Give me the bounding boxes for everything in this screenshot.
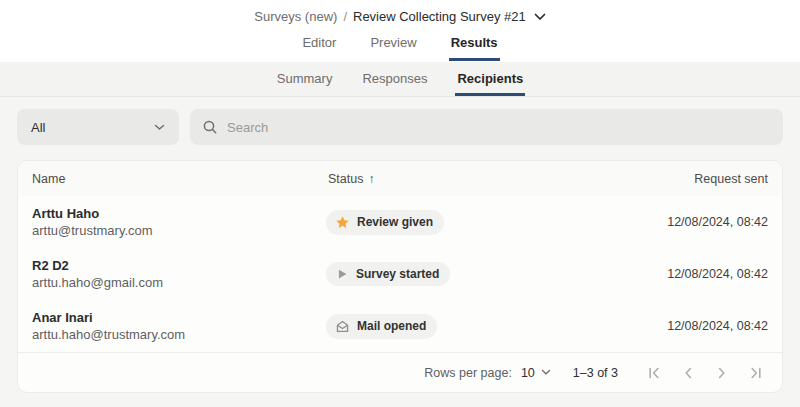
chevron-down-icon bbox=[154, 124, 165, 131]
status-badge: Survey started bbox=[326, 262, 450, 286]
recipient-email: arttu.haho@gmail.com bbox=[32, 274, 326, 291]
table-row[interactable]: Anar Inari arttu.haho@trustmary.com Mail… bbox=[18, 300, 782, 352]
breadcrumb-separator: / bbox=[343, 9, 347, 24]
play-icon bbox=[335, 267, 349, 281]
tab-summary[interactable]: Summary bbox=[275, 62, 335, 96]
search-input[interactable] bbox=[227, 120, 771, 135]
mail-opened-icon bbox=[335, 319, 350, 334]
status-filter-dropdown[interactable]: All bbox=[17, 109, 179, 145]
table-header-row: Name Status ↑ Request sent bbox=[18, 161, 782, 196]
recipient-name: Arttu Haho bbox=[32, 205, 326, 222]
recipient-email: arttu.haho@trustmary.com bbox=[32, 326, 326, 343]
status-label: Mail opened bbox=[357, 319, 426, 333]
request-sent-date: 12/08/2024, 08:42 bbox=[560, 215, 770, 229]
recipient-email: arttu@trustmary.com bbox=[32, 222, 326, 239]
tab-preview[interactable]: Preview bbox=[368, 29, 418, 61]
column-header-request-sent[interactable]: Request sent bbox=[560, 172, 770, 186]
tab-results[interactable]: Results bbox=[449, 29, 500, 61]
first-page-icon[interactable] bbox=[642, 361, 666, 385]
pagination-controls bbox=[642, 361, 768, 385]
recipients-content: All Name Status ↑ Request sent bbox=[0, 97, 800, 407]
next-page-icon[interactable] bbox=[710, 361, 734, 385]
recipients-table: Name Status ↑ Request sent Arttu Haho ar… bbox=[17, 160, 783, 393]
chevron-down-icon bbox=[541, 369, 551, 376]
survey-results-page: Surveys (new) / Review Collecting Survey… bbox=[0, 0, 800, 407]
results-sub-tabs: Summary Responses Recipients bbox=[0, 62, 800, 97]
main-tabs: Editor Preview Results bbox=[0, 29, 800, 61]
request-sent-date: 12/08/2024, 08:42 bbox=[560, 267, 770, 281]
tab-responses[interactable]: Responses bbox=[360, 62, 429, 96]
status-badge: Review given bbox=[326, 210, 444, 235]
column-header-status[interactable]: Status ↑ bbox=[326, 172, 560, 186]
previous-page-icon[interactable] bbox=[676, 361, 700, 385]
tab-recipients[interactable]: Recipients bbox=[455, 62, 525, 96]
breadcrumb-section[interactable]: Surveys (new) bbox=[254, 9, 337, 24]
status-badge: Mail opened bbox=[326, 314, 437, 339]
tab-editor[interactable]: Editor bbox=[300, 29, 338, 61]
pagination-range: 1–3 of 3 bbox=[573, 366, 618, 380]
chevron-down-icon[interactable] bbox=[534, 13, 546, 21]
table-footer: Rows per page: 10 1–3 of 3 bbox=[18, 352, 782, 392]
arrow-up-icon: ↑ bbox=[368, 172, 374, 186]
star-icon bbox=[335, 215, 350, 230]
recipient-name: Anar Inari bbox=[32, 309, 326, 326]
rows-per-page: Rows per page: 10 bbox=[424, 366, 550, 380]
rows-per-page-select[interactable]: 10 bbox=[521, 366, 551, 380]
breadcrumb: Surveys (new) / Review Collecting Survey… bbox=[0, 0, 800, 24]
filter-controls: All bbox=[17, 97, 783, 145]
column-header-name[interactable]: Name bbox=[30, 172, 326, 186]
status-label: Survey started bbox=[356, 267, 439, 281]
search-icon bbox=[202, 119, 218, 135]
rows-per-page-value: 10 bbox=[521, 366, 535, 380]
table-row[interactable]: R2 D2 arttu.haho@gmail.com Survey starte… bbox=[18, 248, 782, 300]
recipient-name: R2 D2 bbox=[32, 257, 326, 274]
status-header-label: Status bbox=[328, 172, 363, 186]
status-label: Review given bbox=[357, 215, 433, 229]
top-header: Surveys (new) / Review Collecting Survey… bbox=[0, 0, 800, 62]
last-page-icon[interactable] bbox=[744, 361, 768, 385]
request-sent-date: 12/08/2024, 08:42 bbox=[560, 319, 770, 333]
rows-per-page-label: Rows per page: bbox=[424, 366, 512, 380]
table-row[interactable]: Arttu Haho arttu@trustmary.com Review gi… bbox=[18, 196, 782, 248]
filter-selected-value: All bbox=[31, 120, 45, 135]
search-box bbox=[190, 109, 783, 145]
breadcrumb-current-survey[interactable]: Review Collecting Survey #21 bbox=[353, 9, 526, 24]
